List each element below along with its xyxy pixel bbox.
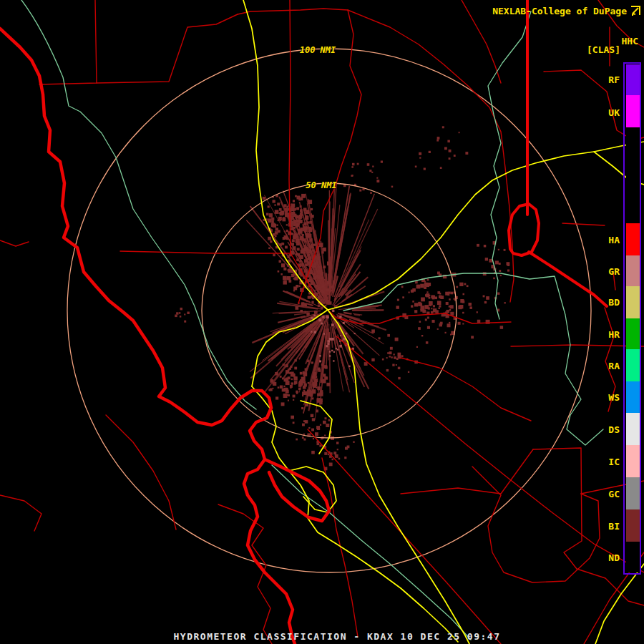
echo-bin [427,326,430,329]
echo-bin [338,458,341,460]
echo-bin [302,395,303,396]
echo-bin [322,291,325,293]
echo-bin [296,240,299,243]
echo-bin [310,221,313,224]
echo-bin [395,338,399,341]
echo-bin [295,270,297,272]
echo-bin [282,389,285,391]
echo-streak [329,202,330,302]
echo-bin [322,316,324,318]
echo-bin [309,246,311,248]
echo-bin [419,157,421,159]
echo-bin [322,248,326,252]
echo-bin [284,235,288,240]
echo-bin [321,306,323,308]
echo-bin [310,245,313,248]
echo-bin [298,215,302,219]
radar-map-canvas[interactable] [0,0,644,644]
echo-bin [507,270,509,272]
echo-bin [301,236,304,239]
legend-swatch-ws [626,381,640,413]
echo-bin [311,208,313,210]
cod-logo-icon[interactable] [630,5,641,17]
echo-bin [279,260,282,263]
echo-bin [394,356,396,359]
echo-bin [370,192,372,194]
echo-bin [329,355,331,357]
echo-bin [283,276,287,280]
echo-bin [184,313,185,315]
echo-bin [419,321,421,323]
echo-bin [293,290,295,291]
echo-bin [321,323,323,325]
echo-bin [462,323,464,324]
echo-bin [311,301,313,303]
echo-bin [440,296,444,299]
echo-bin [326,345,328,347]
echo-bin [376,177,378,179]
echo-bin [418,327,421,330]
echo-bin [281,263,285,267]
county-boundary [39,0,97,84]
county-boundary [218,504,272,644]
echo-bin [331,323,334,326]
echo-bin [459,132,460,133]
echo-bin [348,366,351,367]
echo-bin [396,364,397,366]
echo-bin [304,259,308,263]
echo-bin [293,395,296,398]
echo-bin [304,269,308,273]
echo-bin [303,381,306,384]
echo-bin [314,311,318,314]
echo-bin [416,285,421,289]
echo-bin [458,322,461,325]
echo-bin [311,414,314,418]
echo-bin [421,298,425,302]
echo-bin [279,208,282,211]
echo-bin [411,305,413,307]
echo-bin [321,276,323,279]
echo-bin [447,323,451,327]
echo-bin [321,285,324,288]
echo-bin [439,308,440,309]
echo-bin [179,312,181,314]
echo-bin [282,218,286,222]
echo-bin [462,312,464,314]
echo-bin [288,400,289,401]
echo-bin [320,424,321,426]
echo-bin [415,166,417,168]
echo-bin [333,452,336,454]
echo-bin [415,281,418,284]
product-caption: HYDROMETEOR CLASSIFICATION - KDAX 10 DEC… [173,631,500,642]
echo-bin [352,163,355,166]
echo-bin [471,336,474,338]
echo-bin [416,346,418,348]
echo-bin [436,140,439,142]
echo-bin [337,349,338,351]
echo-bin [329,338,332,341]
echo-bin [284,204,287,207]
echo-bin [312,250,314,252]
echo-bin [318,305,320,307]
echo-bin [440,322,443,325]
echo-bin [389,356,391,357]
echo-bin [398,356,401,359]
echo-bin [328,419,331,421]
echo-bin [288,369,289,370]
echo-bin [429,151,431,153]
echo-bin [364,362,368,366]
echo-bin [326,383,330,386]
legend-swatch-ic [626,445,640,477]
echo-bin [296,392,298,394]
echo-bin [314,263,317,265]
echo-bin [294,367,297,370]
echo-bin [297,196,301,200]
radar-display: NEXLAB-College of DuPage HHC [CLAS] 100 … [0,0,644,644]
echo-bin [326,281,330,285]
echo-bin [500,326,504,329]
echo-bin [357,163,359,165]
legend-swatch-uk [626,95,640,127]
legend-label-ra: RA [608,361,620,371]
echo-bin [445,292,449,296]
echo-bin [311,451,315,454]
